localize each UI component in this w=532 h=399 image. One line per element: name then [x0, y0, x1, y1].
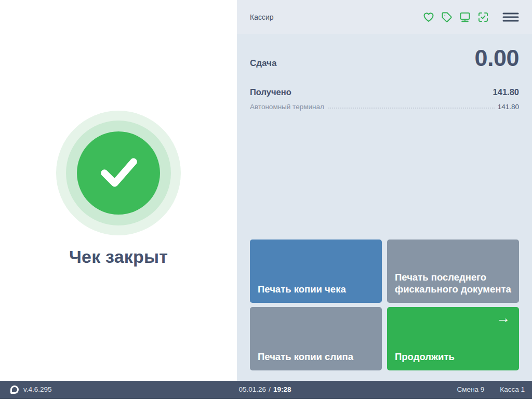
payment-summary: Сдача 0.00 Получено 141.80 Автономный те…: [237, 34, 532, 381]
payment-method-value: 141.80: [498, 103, 519, 111]
shift-label[interactable]: Смена 9: [457, 385, 485, 393]
status-bar-right: Смена 9 Касса 1: [457, 385, 532, 393]
dotted-leader: [328, 108, 495, 109]
payment-method-row: Автономный терминал 141.80: [250, 103, 519, 111]
status-bar-datetime: 05.01.26 / 19:28: [239, 385, 291, 393]
cashier-label: Кассир: [250, 13, 274, 21]
status-bar-left: v.4.6.295: [0, 385, 52, 394]
received-value: 141.80: [493, 87, 519, 97]
print-last-fiscal-label: Печать последнего фискального документа: [395, 271, 511, 296]
app-version: v.4.6.295: [23, 385, 52, 393]
display-icon[interactable]: [459, 11, 471, 23]
success-circle: [77, 131, 160, 215]
success-ring-middle: [66, 121, 171, 225]
continue-label: Продолжить: [395, 351, 455, 363]
payment-panel: Кассир: [237, 0, 532, 381]
scan-check-icon[interactable]: [477, 11, 489, 23]
print-slip-copy-label: Печать копии слипа: [258, 351, 353, 363]
received-row: Получено 141.80: [250, 87, 519, 97]
main-area: Чек закрыт Кассир: [0, 0, 532, 381]
pos-app: Чек закрыт Кассир: [0, 0, 532, 399]
action-buttons: Печать копии чека Печать последнего фиск…: [250, 240, 519, 370]
status-separator: /: [269, 385, 271, 393]
panel-header: Кассир: [237, 0, 532, 34]
arrow-right-icon: →: [496, 311, 510, 325]
continue-button[interactable]: → Продолжить: [387, 307, 519, 370]
header-icons: [422, 11, 519, 23]
print-last-fiscal-button[interactable]: Печать последнего фискального документа: [387, 240, 519, 303]
change-label: Сдача: [250, 58, 276, 69]
change-row: Сдача 0.00: [250, 45, 519, 72]
heart-icon[interactable]: [422, 11, 435, 23]
menu-icon[interactable]: [502, 11, 519, 23]
tag-icon[interactable]: [441, 11, 453, 23]
change-value: 0.00: [474, 45, 519, 72]
payment-method-label: Автономный терминал: [250, 103, 324, 111]
print-slip-copy-button[interactable]: Печать копии слипа: [250, 307, 382, 370]
register-label[interactable]: Касса 1: [500, 385, 525, 393]
status-date: 05.01.26: [239, 385, 267, 393]
checkmark-icon: [91, 145, 145, 201]
success-ring-outer: [56, 111, 181, 235]
receipt-status-panel: Чек закрыт: [0, 0, 237, 381]
status-time: 19:28: [273, 385, 291, 393]
received-label: Получено: [250, 87, 291, 97]
print-receipt-copy-button[interactable]: Печать копии чека: [250, 240, 382, 303]
app-logo-icon: [10, 385, 19, 394]
receipt-closed-title: Чек закрыт: [69, 247, 168, 267]
status-bar: v.4.6.295 05.01.26 / 19:28 Смена 9 Касса…: [0, 381, 532, 399]
print-receipt-copy-label: Печать копии чека: [258, 283, 346, 296]
